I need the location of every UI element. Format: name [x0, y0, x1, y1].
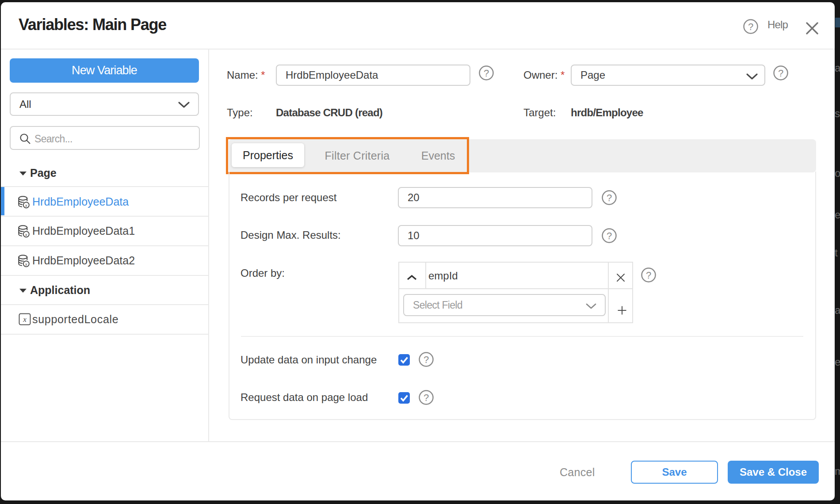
svg-text:?: ? — [646, 270, 651, 281]
svg-text:x: x — [25, 261, 27, 267]
svg-text:?: ? — [748, 21, 753, 32]
svg-text:?: ? — [484, 68, 489, 79]
svg-text:x: x — [25, 232, 27, 237]
svg-text:?: ? — [424, 392, 429, 403]
svg-text:x: x — [23, 315, 27, 324]
svg-text:x: x — [25, 202, 27, 208]
svg-text:?: ? — [607, 192, 612, 203]
svg-text:?: ? — [607, 230, 612, 241]
svg-text:?: ? — [778, 68, 783, 79]
svg-text:?: ? — [424, 354, 429, 365]
